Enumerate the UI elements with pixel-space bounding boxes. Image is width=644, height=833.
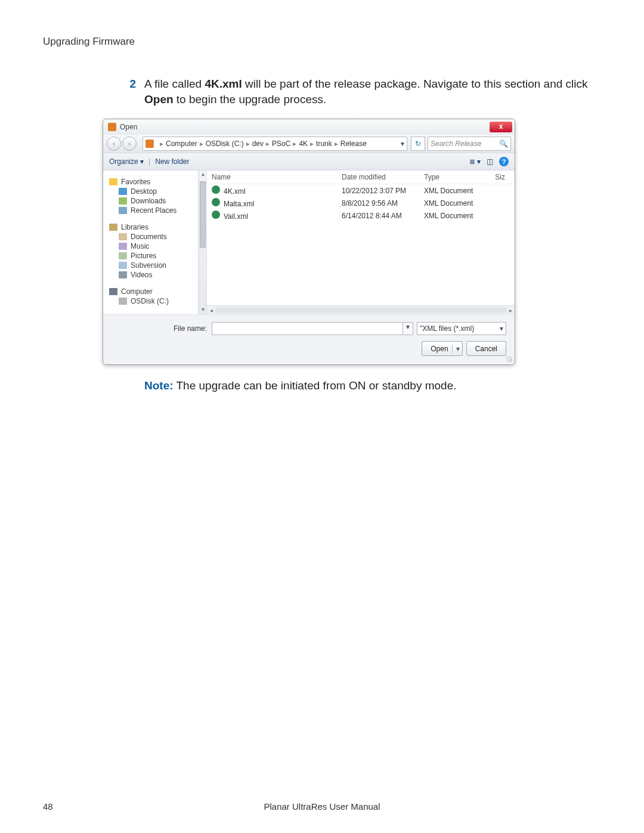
scroll-thumb[interactable] (200, 181, 206, 248)
new-folder-button[interactable]: New folder (155, 157, 189, 166)
footer-title: Planar UltraRes User Manual (43, 801, 601, 812)
step-text-c: to begin the upgrade process. (174, 93, 327, 106)
crumb-5[interactable]: trunk (316, 140, 332, 148)
col-type[interactable]: Type (424, 173, 488, 181)
scroll-down-icon[interactable]: ▾ (199, 306, 206, 314)
filter-text: "XML files (*.xml) (420, 324, 474, 333)
search-placeholder: Search Release (431, 140, 481, 148)
dialog-title-text: Open (120, 123, 137, 131)
tree-pictures[interactable]: Pictures (131, 252, 156, 260)
crumb-3[interactable]: PSoC (272, 140, 290, 148)
folder-icon (145, 140, 154, 148)
tree-favorites[interactable]: Favorites (121, 178, 150, 186)
tree-videos[interactable]: Videos (131, 271, 152, 279)
tree-downloads[interactable]: Downloads (131, 197, 166, 205)
open-dialog: Open x ‹ › ▸Computer ▸OSDisk (C:) ▸dev ▸… (103, 119, 515, 365)
nav-tree[interactable]: Favorites Desktop Downloads Recent Place… (103, 171, 199, 314)
filename-dropdown[interactable]: ▾ (403, 322, 413, 335)
documents-icon (119, 233, 127, 240)
file-date: 6/14/2012 8:44 AM (342, 212, 424, 220)
filename-label: File name: (112, 324, 207, 333)
search-icon: 🔍 (499, 140, 508, 148)
crumb-1[interactable]: OSDisk (C:) (206, 140, 244, 148)
downloads-icon (119, 197, 127, 205)
file-name: Malta.xml (224, 200, 254, 208)
file-type: XML Document (424, 212, 488, 220)
step-instruction: A file called 4K.xml will be part of the… (144, 76, 601, 107)
note-label: Note: (144, 379, 174, 392)
running-head: Upgrading Firmware (43, 36, 601, 48)
pictures-icon (119, 252, 127, 259)
tree-osdisk[interactable]: OSDisk (C:) (131, 297, 169, 305)
step-text-b: will be part of the release package. Nav… (242, 78, 588, 90)
hscroll-right-icon[interactable]: ▸ (506, 307, 515, 314)
tree-subversion[interactable]: Subversion (131, 261, 166, 270)
tree-recent[interactable]: Recent Places (131, 206, 177, 215)
crumb-dropdown-icon[interactable]: ▾ (401, 140, 404, 148)
close-button[interactable]: x (490, 122, 512, 132)
dialog-titlebar[interactable]: Open x (103, 119, 515, 135)
step-number: 2 (120, 76, 136, 107)
subversion-icon (119, 262, 127, 269)
disk-icon (119, 298, 127, 305)
tree-documents[interactable]: Documents (131, 233, 167, 241)
col-date[interactable]: Date modified (342, 173, 424, 181)
file-row[interactable]: Malta.xml 8/8/2012 9:56 AM XML Document (207, 197, 515, 209)
view-button[interactable]: ≣ ▾ (469, 157, 481, 166)
tree-computer[interactable]: Computer (121, 287, 153, 296)
nav-forward-button[interactable]: › (122, 137, 137, 151)
refresh-button[interactable]: ↻ (411, 137, 425, 151)
recent-icon (119, 207, 127, 214)
crumb-0[interactable]: Computer (166, 140, 197, 148)
tree-scrollbar[interactable]: ▴ ▾ (199, 171, 207, 314)
chevron-down-icon: ▾ (500, 324, 503, 333)
crumb-2[interactable]: dev (252, 140, 264, 148)
file-list[interactable]: Name Date modified Type Siz 4K.xml 10/22… (207, 171, 515, 314)
search-input[interactable]: Search Release 🔍 (428, 137, 511, 151)
col-name[interactable]: Name (212, 173, 342, 181)
open-button[interactable]: Open ▾ (422, 341, 462, 356)
filename-input[interactable] (212, 322, 403, 335)
tree-libraries[interactable]: Libraries (121, 223, 148, 231)
filetype-filter[interactable]: "XML files (*.xml) ▾ (417, 322, 506, 335)
music-icon (119, 243, 127, 250)
help-button[interactable]: ? (499, 157, 509, 166)
xml-file-icon (212, 185, 220, 194)
tree-desktop[interactable]: Desktop (131, 187, 157, 196)
preview-pane-button[interactable]: ◫ (487, 157, 493, 166)
file-name: Vail.xml (224, 212, 248, 221)
file-type: XML Document (424, 187, 488, 195)
file-name: 4K.xml (224, 187, 246, 196)
breadcrumb[interactable]: ▸Computer ▸OSDisk (C:) ▸dev ▸PSoC ▸4K ▸t… (143, 137, 407, 151)
open-split-icon[interactable]: ▾ (452, 345, 460, 353)
file-date: 8/8/2012 9:56 AM (342, 199, 424, 208)
tree-music[interactable]: Music (131, 242, 149, 250)
crumb-6[interactable]: Release (340, 140, 367, 148)
resize-grip[interactable] (506, 356, 512, 362)
file-row[interactable]: Vail.xml 6/14/2012 8:44 AM XML Document (207, 209, 515, 222)
note-text: The upgrade can be initiated from ON or … (174, 379, 457, 392)
file-row[interactable]: 4K.xml 10/22/2012 3:07 PM XML Document (207, 184, 515, 197)
file-type: XML Document (424, 199, 488, 208)
hscroll-left-icon[interactable]: ◂ (207, 307, 215, 314)
open-button-label: Open (431, 345, 448, 353)
col-size[interactable]: Siz (488, 173, 510, 181)
desktop-icon (119, 188, 127, 195)
xml-file-icon (212, 210, 220, 219)
videos-icon (119, 271, 127, 278)
scroll-up-icon[interactable]: ▴ (199, 171, 206, 179)
libraries-icon (109, 224, 117, 231)
app-icon (108, 123, 116, 131)
xml-file-icon (212, 198, 220, 206)
file-date: 10/22/2012 3:07 PM (342, 187, 424, 195)
cancel-button[interactable]: Cancel (466, 341, 506, 356)
step-bold-filename: 4K.xml (205, 78, 242, 90)
computer-icon (109, 288, 117, 295)
crumb-4[interactable]: 4K (299, 140, 308, 148)
file-hscrollbar[interactable]: ◂ ▸ (207, 305, 515, 314)
step-bold-open: Open (144, 93, 174, 106)
favorites-icon (109, 178, 117, 185)
step-text-a: A file called (144, 78, 205, 90)
organize-button[interactable]: Organize ▾ (109, 157, 144, 166)
nav-back-button[interactable]: ‹ (107, 137, 121, 151)
